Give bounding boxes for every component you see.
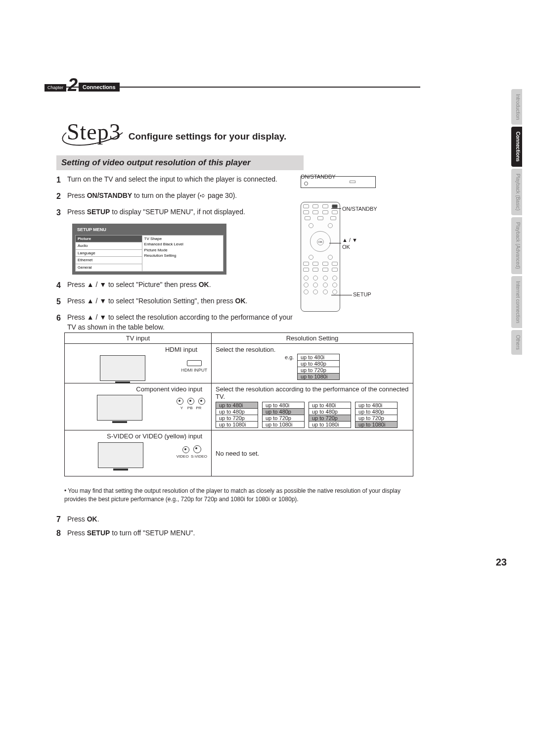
step-text-7: Press OK. <box>67 515 99 524</box>
tab-others: Others <box>511 330 522 355</box>
side-tabs: Introduction Connections Playback (Basic… <box>511 89 522 355</box>
tab-internet: Internet connection <box>511 276 522 328</box>
step-text-8: Press SETUP to turn off "SETUP MENU". <box>67 529 195 538</box>
step-num-8: 8 <box>56 529 67 538</box>
step-text-4: Press ▲ / ▼ to select "Picture" then pre… <box>67 280 294 291</box>
step-num-1: 1 <box>56 174 67 186</box>
row-hdmi: HDMI input HDMI INPUT <box>65 344 212 383</box>
step-text-5: Press ▲ / ▼ to select "Resolution Settin… <box>67 296 294 307</box>
step-num-2: 2 <box>56 190 67 202</box>
instruction-list: 1 Turn on the TV and select the input to… <box>56 174 294 337</box>
label-arrows-ok: ▲ / ▼OK <box>342 236 357 251</box>
step-title: Configure settings for your display. <box>129 131 287 142</box>
step-num-5: 5 <box>56 296 67 307</box>
row-component: Component video input Y PB PR <box>65 383 212 430</box>
tab-connections: Connections <box>511 127 522 167</box>
section-heading: Setting of video output resolution of th… <box>56 155 304 170</box>
tv-icon <box>98 442 143 468</box>
tab-playback-basic: Playback (Basic) <box>511 169 522 215</box>
row-component-setting: Select the resolution according to the p… <box>212 383 413 430</box>
label-setup: SETUP <box>353 291 371 297</box>
step-num-3: 3 <box>56 207 67 218</box>
footnote: • You may find that setting the output r… <box>64 487 410 504</box>
step-num-6: 6 <box>56 312 67 332</box>
remote-illustration: ON/STANDBY ON/STANDBY ▲ / ▼OK SETUP <box>301 176 390 312</box>
step-text-6: Press ▲ / ▼ to select the resolution acc… <box>67 312 294 332</box>
chapter-label: Chapter <box>44 84 66 92</box>
step-number: Step3 <box>64 119 124 147</box>
instruction-list-2: 7 Press OK. 8 Press SETUP to turn off "S… <box>56 515 294 543</box>
tab-playback-advanced: Playback (Advanced) <box>511 217 522 274</box>
table-header-resolution: Resolution Setting <box>212 333 413 344</box>
step-text-2: Press ON/STANDBY to turn on the player (… <box>67 190 294 202</box>
setup-menu-screenshot: SETUP MENU Picture TV Shape Enhanced Bla… <box>72 224 226 275</box>
player-box-icon <box>301 176 376 188</box>
step-text-3: Press SETUP to display "SETUP MENU", if … <box>67 207 294 218</box>
tv-icon <box>100 355 145 381</box>
tab-introduction: Introduction <box>511 89 522 125</box>
step-text-1: Turn on the TV and select the input to w… <box>67 174 294 186</box>
row-svideo-setting: No need to set. <box>212 430 413 476</box>
resolution-table: TV input Resolution Setting HDMI input H… <box>64 332 413 476</box>
page-number: 23 <box>496 557 507 568</box>
chapter-badge: Chapter 2 Connections <box>44 78 120 93</box>
tv-icon <box>97 395 142 421</box>
table-header-input: TV input <box>65 333 212 344</box>
chapter-number: 2 <box>68 78 78 93</box>
label-on-standby-remote: ON/STANDBY <box>342 206 377 212</box>
row-hdmi-setting: Select the resolution. e.g. up to 480i u… <box>212 344 413 383</box>
step-num-7: 7 <box>56 515 67 524</box>
chapter-title: Connections <box>79 83 120 92</box>
step-num-4: 4 <box>56 280 67 291</box>
row-svideo: S-VIDEO or VIDEO (yellow) input VIDEO S-… <box>65 430 212 476</box>
